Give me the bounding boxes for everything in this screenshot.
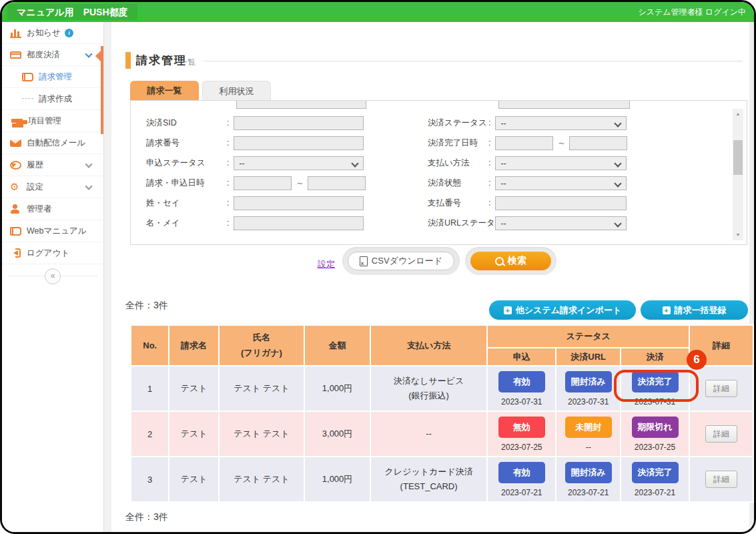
detail-button[interactable]: 詳細 <box>705 471 737 488</box>
scrollbar-thumb[interactable] <box>733 140 743 175</box>
sidebar-item-per-payment[interactable]: 都度決済 <box>2 44 103 66</box>
sidebar-collapse-row: « <box>2 268 103 284</box>
field-colon: : <box>488 218 490 228</box>
tab-bar: 請求一覧 利用状況 <box>130 81 271 100</box>
status-badge: 有効 <box>498 462 545 483</box>
sidebar-item-label: 履歴 <box>27 160 43 171</box>
tab-usage-status[interactable]: 利用状況 <box>202 81 271 100</box>
sidebar-item-billing-create[interactable]: 請求作成 <box>2 88 103 110</box>
field-input[interactable] <box>234 136 364 150</box>
import-other-system-button[interactable]: 他システム請求インポート <box>489 300 636 320</box>
field-input[interactable] <box>234 116 364 130</box>
tab-billing-list[interactable]: 請求一覧 <box>130 81 199 100</box>
sidebar-item-administrators[interactable]: 管理者 <box>2 198 103 220</box>
field-colon: : <box>227 158 229 168</box>
status-cell: 未開封-- <box>556 412 620 456</box>
range-end-input[interactable] <box>569 136 627 150</box>
cell-detail: 詳細 <box>690 457 753 501</box>
cell-amount: 1,000円 <box>305 366 370 411</box>
sidebar-item-web-manual[interactable]: Webマニュアル <box>2 220 103 242</box>
sidebar-item-label: 請求管理 <box>39 71 72 83</box>
field-select[interactable]: -- <box>234 156 364 170</box>
sidebar-item-logout[interactable]: ログアウト <box>2 242 103 264</box>
field-select[interactable]: -- <box>495 216 627 230</box>
field-label: 決済状態 <box>428 178 488 189</box>
field-date-range: ～ <box>234 176 366 190</box>
search-form-row: 申込ステータス:-- <box>146 156 364 170</box>
detail-button[interactable]: 詳細 <box>705 425 737 443</box>
col-header-amount: 金額 <box>305 326 370 365</box>
scroll-down-icon[interactable]: ▼ <box>733 230 743 240</box>
status-badge: 未開封 <box>565 417 612 438</box>
csv-download-button[interactable]: CSVダウンロード <box>348 252 454 270</box>
col-header-name: 氏名 (フリガナ) <box>220 326 304 365</box>
billing-table: No. 請求名 氏名 (フリガナ) 金額 支払い方法 ステータス 詳細 申込 決… <box>130 324 754 503</box>
blocks-icon <box>11 119 23 123</box>
settings-link[interactable]: 設定 <box>318 258 335 270</box>
plus-icon <box>663 306 671 314</box>
cell-no: 2 <box>131 412 168 456</box>
status-badge: 決済完了 <box>632 371 679 392</box>
chevron-down-icon <box>352 160 359 167</box>
status-cell: 期限切れ2023-07-25 <box>621 412 689 456</box>
chevron-down-icon <box>615 119 622 127</box>
search-button-label: 検索 <box>508 255 526 267</box>
sidebar-item-auto-mail[interactable]: 自動配信メール <box>2 132 103 154</box>
field-input[interactable] <box>234 216 364 230</box>
table-row: 2テストテスト テスト3,000円--無効2023-07-25未開封--期限切れ… <box>131 412 753 456</box>
field-colon: : <box>488 118 490 127</box>
range-start-input[interactable] <box>495 136 553 150</box>
sidebar-item-notices[interactable]: お知らせi <box>2 22 103 44</box>
import-button-label: 他システム請求インポート <box>516 304 621 316</box>
field-label: 支払い方法 <box>428 158 488 169</box>
sidebar-item-item-management[interactable]: 項目管理 <box>2 110 103 132</box>
chevron-down-icon <box>85 50 92 57</box>
field-label: 決済SID <box>146 117 227 129</box>
status-cell: 決済完了2023-07-21 <box>621 457 689 501</box>
range-start-input[interactable] <box>234 176 292 190</box>
sidebar-collapse-button[interactable]: « <box>45 268 61 284</box>
sidebar: お知らせi都度決済請求管理請求作成項目管理自動配信メール履歴設定管理者Webマニ… <box>2 22 104 532</box>
status-date: -- <box>559 443 617 452</box>
form-scrollbar[interactable]: ▲ ▼ <box>733 109 743 240</box>
field-colon: : <box>488 158 490 168</box>
status-cell: 有効2023-07-31 <box>488 366 555 411</box>
scroll-up-icon[interactable]: ▲ <box>733 109 743 119</box>
bulk-register-label: 請求一括登録 <box>675 304 727 316</box>
field-select[interactable]: -- <box>495 156 627 170</box>
title-accent-bar <box>125 52 131 69</box>
cell-detail: 詳細 <box>690 366 753 411</box>
select-value: -- <box>500 179 506 188</box>
bulk-register-button[interactable]: 請求一括登録 <box>641 300 748 320</box>
sidebar-item-history[interactable]: 履歴 <box>2 154 103 176</box>
person-icon <box>10 204 21 214</box>
field-label: 支払番号 <box>428 198 488 209</box>
sidebar-gutter <box>104 22 111 532</box>
field-select[interactable]: -- <box>495 116 627 130</box>
field-label: 請求・申込日時 <box>146 178 227 189</box>
col-header-payment-url: 決済URL <box>556 348 620 365</box>
cutoff-input <box>498 100 630 109</box>
history-icon <box>10 161 21 170</box>
range-end-input[interactable] <box>308 176 366 190</box>
field-input[interactable] <box>495 196 627 210</box>
sidebar-item-settings[interactable]: 設定 <box>2 176 103 198</box>
status-date: 2023-07-25 <box>624 443 686 452</box>
select-value: -- <box>500 159 506 168</box>
field-colon: : <box>227 178 229 188</box>
sidebar-item-billing-management[interactable]: 請求管理 <box>2 66 103 88</box>
field-input[interactable] <box>234 196 364 210</box>
status-badge: 開封済み <box>565 462 612 483</box>
field-label: 決済URLステータス <box>428 218 488 229</box>
info-icon: i <box>65 29 73 37</box>
detail-button[interactable]: 詳細 <box>705 380 737 397</box>
field-select[interactable]: -- <box>495 176 627 190</box>
envelope-icon <box>10 140 21 147</box>
sidebar-item-label: Webマニュアル <box>27 226 86 237</box>
sidebar-item-label: ログアウト <box>27 248 69 259</box>
col-header-billing-name: 請求名 <box>169 326 218 365</box>
status-date: 2023-07-21 <box>624 488 686 497</box>
col-header-status: ステータス <box>488 326 689 347</box>
search-button[interactable]: 検索 <box>470 252 551 270</box>
search-form-row: 決済状態:-- <box>428 176 627 190</box>
